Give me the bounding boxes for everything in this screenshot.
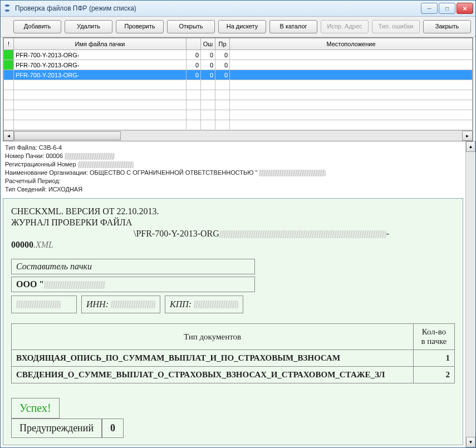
report-header-1: CHECKXML. ВЕРСИЯ ОТ 22.10.2013. [11, 206, 455, 216]
org-value: ОБЩЕСТВО С ОГРАНИЧЕННОЙ ОТВЕТСТВЕННОСТЬЮ… [90, 169, 257, 176]
grid-hscrollbar[interactable]: ◄ ► [3, 130, 473, 141]
doc-type-table: Тип документов Кол-вов пачке ВХОДЯЩАЯ_ОП… [11, 323, 455, 383]
app-window: Проверка файлов ПФР (режим списка) ─ □ ✕… [0, 0, 476, 448]
ooo-value: ООО " [16, 279, 44, 289]
doc-name: СВЕДЕНИЯ_О_СУММЕ_ВЫПЛАТ_О_СТРАХОВЫХ_ВЗНО… [12, 367, 414, 383]
file-grid[interactable]: ! Имя файла пачки Ош Пр Местоположение P… [3, 37, 473, 141]
redacted [194, 301, 238, 308]
table-row[interactable]: PFR-700-Y-2013-ORG-000 [4, 70, 473, 80]
table-row[interactable] [4, 110, 473, 120]
redacted [259, 170, 326, 176]
scroll-up-icon[interactable]: ▲ [466, 141, 475, 152]
col-pr[interactable]: Пр [215, 38, 230, 50]
delete-button[interactable]: Удалить [65, 20, 112, 33]
redacted [219, 230, 386, 238]
redacted [44, 281, 105, 289]
report-panel: CHECKXML. ВЕРСИЯ ОТ 22.10.2013. ЖУРНАЛ П… [3, 198, 463, 445]
titlebar: Проверка файлов ПФР (режим списка) ─ □ ✕ [1, 1, 475, 17]
type-sved-value: ИСХОДНАЯ [48, 186, 82, 193]
row-n0: 0 [187, 60, 201, 70]
doc-name: ВХОДЯЩАЯ_ОПИСЬ_ПО_СУММАМ_ВЫПЛАТ_И_ПО_СТР… [12, 350, 414, 367]
to-catalog-button[interactable]: В каталог [269, 20, 317, 33]
scroll-thumb[interactable] [14, 131, 121, 140]
scroll-right-icon[interactable]: ► [462, 131, 473, 141]
row-n0: 0 [187, 50, 201, 60]
path-suffix: 00000 [11, 240, 33, 249]
kpp-label: КПП: [170, 299, 192, 309]
window-title: Проверка файлов ПФР (режим списка) [15, 4, 421, 12]
row-err: 0 [201, 60, 215, 70]
doc-row: ВХОДЯЩАЯ_ОПИСЬ_ПО_СУММАМ_ВЫПЛАТ_И_ПО_СТР… [12, 350, 455, 367]
row-filename: PFR-700-Y-2013-ORG- [14, 50, 187, 60]
close-button[interactable]: Закрыть [423, 20, 471, 33]
row-filename: PFR-700-Y-2013-ORG- [14, 60, 187, 70]
pack-no-label: Номер Пачки: [5, 152, 44, 159]
row-flag [4, 70, 14, 80]
redacted [111, 301, 155, 308]
report-path: \PFR-700-Y-2013-ORG- [11, 229, 455, 239]
doc-col-type: Тип документов [12, 324, 414, 350]
period-label: Расчетный Период: [5, 178, 61, 184]
warn-row: Предупреждений 0 [11, 419, 455, 438]
redacted [65, 153, 115, 160]
file-type-value: СЗВ-6-4 [39, 144, 62, 151]
row-n0: 0 [187, 70, 201, 80]
row-err: 0 [201, 50, 215, 60]
compiler-label: Составитель пачки [16, 262, 92, 271]
col-name[interactable]: Имя файла пачки [14, 38, 187, 50]
vscroll-track[interactable] [466, 152, 475, 437]
file-info-panel: Тип Файла: СЗВ-6-4 Номер Пачки: 00006 Ре… [1, 141, 465, 196]
grid-header-row: ! Имя файла пачки Ош Пр Местоположение [4, 38, 473, 50]
table-row[interactable] [4, 90, 473, 100]
table-row[interactable] [4, 80, 473, 90]
scroll-down-icon[interactable]: ▼ [466, 437, 475, 447]
redacted [78, 161, 134, 168]
doc-col-count: Кол-вов пачке [414, 324, 455, 350]
scroll-left-icon[interactable]: ◄ [3, 131, 14, 141]
add-button[interactable]: Добавить [13, 20, 61, 33]
redacted [16, 301, 61, 308]
reg-no-label: Регистрационный Номер [5, 161, 76, 168]
col-location[interactable]: Местоположение [230, 38, 473, 50]
row-pr: 0 [215, 50, 230, 60]
minimize-button[interactable]: ─ [421, 3, 438, 14]
path-ext: .XML [33, 240, 53, 249]
compiler-box: Составитель пачки [11, 259, 255, 274]
content-vscrollbar[interactable]: ▲ ▼ [465, 141, 475, 447]
row-filename: PFR-700-Y-2013-ORG- [14, 70, 187, 80]
window-controls: ─ □ ✕ [421, 3, 473, 14]
scroll-track[interactable] [14, 131, 462, 140]
report-header-2: ЖУРНАЛ ПРОВЕРКИ ФАЙЛА [11, 218, 455, 228]
maximize-button[interactable]: □ [439, 3, 455, 14]
table-row[interactable]: PFR-700-Y-2013-ORG-000 [4, 50, 473, 60]
warn-label: Предупреждений [11, 419, 102, 438]
ooo-box: ООО " [11, 277, 255, 292]
pack-no-value: 00006 [46, 152, 63, 159]
org-label: Наименование Организации: [5, 169, 88, 176]
doc-row: СВЕДЕНИЯ_О_СУММЕ_ВЫПЛАТ_О_СТРАХОВЫХ_ВЗНО… [12, 367, 455, 383]
result-row: Успех! [11, 398, 455, 419]
table-row[interactable] [4, 120, 473, 130]
row-location [230, 50, 473, 60]
check-button[interactable]: Проверить [116, 20, 164, 33]
report-path-suffix: 00000.XML [11, 240, 455, 250]
col-flag[interactable]: ! [4, 38, 14, 50]
col-n0[interactable] [187, 38, 201, 50]
toolbar: Добавить Удалить Проверить Открыть На ди… [1, 17, 475, 37]
fix-address-button: Испр. Адрес [321, 20, 369, 33]
row-location [230, 70, 473, 80]
type-errors-button: Тип. ошибки [372, 20, 420, 33]
success-cell: Успех! [11, 398, 60, 419]
close-window-button[interactable]: ✕ [457, 3, 473, 14]
type-sved-label: Тип Сведений: [5, 186, 47, 193]
row-pr: 0 [215, 60, 230, 70]
col-err[interactable]: Ош [201, 38, 215, 50]
warn-count: 0 [102, 419, 124, 438]
row-location [230, 60, 473, 70]
row-flag [4, 60, 14, 70]
open-button[interactable]: Открыть [167, 20, 215, 33]
table-row[interactable]: PFR-700-Y-2013-ORG-000 [4, 60, 473, 70]
doc-count: 2 [414, 367, 455, 383]
table-row[interactable] [4, 100, 473, 110]
to-floppy-button[interactable]: На дискету [218, 20, 266, 33]
